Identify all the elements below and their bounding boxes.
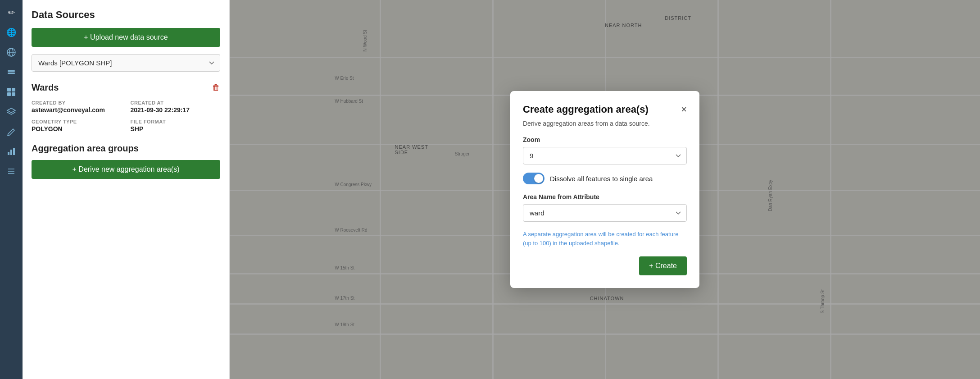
delete-icon[interactable]: 🗑 xyxy=(212,83,220,92)
svg-marker-9 xyxy=(7,108,15,113)
geometry-type-value: POLYGON xyxy=(32,125,122,132)
meta-file-format: FILE FORMAT SHP xyxy=(131,119,221,132)
toggle-label: Dissolve all features to single area xyxy=(550,175,653,183)
modal-title: Create aggregation area(s) xyxy=(523,104,649,115)
hint-text: A separate aggregation area will be crea… xyxy=(523,230,687,247)
svg-rect-6 xyxy=(12,88,15,91)
area-name-select[interactable]: ward id name xyxy=(523,204,687,222)
svg-rect-12 xyxy=(13,148,15,155)
sidebar-icon-pencil[interactable]: ✏ xyxy=(3,5,19,21)
created-at-label: CREATED AT xyxy=(131,100,221,105)
agg-section-title: Aggregation area groups xyxy=(32,143,220,154)
zoom-label: Zoom xyxy=(523,136,687,143)
geometry-type-label: GEOMETRY TYPE xyxy=(32,119,122,124)
created-by-value: astewart@conveyal.com xyxy=(32,106,122,114)
section-name: Wards xyxy=(32,82,59,93)
meta-grid: CREATED BY astewart@conveyal.com CREATED… xyxy=(32,100,220,132)
sidebar-icon-layers[interactable] xyxy=(3,64,19,80)
zoom-select[interactable]: 9 1 2 3 4 5 6 7 8 10 11 12 13 14 xyxy=(523,147,687,164)
modal-subtitle: Derive aggregation areas from a data sou… xyxy=(523,120,687,127)
sidebar-icon-stack[interactable] xyxy=(3,104,19,120)
sidebar: ✏ 🌐 xyxy=(0,0,23,379)
created-by-label: CREATED BY xyxy=(32,100,122,105)
svg-rect-5 xyxy=(7,88,11,91)
sidebar-icon-edit[interactable] xyxy=(3,123,19,140)
upload-button[interactable]: + Upload new data source xyxy=(32,28,220,47)
create-button[interactable]: + Create xyxy=(639,256,687,275)
svg-rect-7 xyxy=(7,92,11,96)
meta-created-at: CREATED AT 2021-09-30 22:29:17 xyxy=(131,100,221,114)
modal-header: Create aggregation area(s) × xyxy=(523,104,687,115)
area-name-label: Area Name from Attribute xyxy=(523,193,687,201)
toggle-row: Dissolve all features to single area xyxy=(523,173,687,184)
derive-button[interactable]: + Derive new aggregation area(s) xyxy=(32,160,220,179)
sidebar-icon-globe[interactable]: 🌐 xyxy=(3,24,19,41)
dissolve-toggle[interactable] xyxy=(523,173,544,184)
modal-close-button[interactable]: × xyxy=(681,105,687,114)
sidebar-icon-network[interactable] xyxy=(3,44,19,60)
svg-rect-11 xyxy=(10,150,12,155)
left-panel: Data Sources + Upload new data source Wa… xyxy=(23,0,230,379)
svg-rect-3 xyxy=(8,70,15,72)
modal-overlay: Create aggregation area(s) × Derive aggr… xyxy=(230,0,980,379)
data-source-dropdown[interactable]: Wards [POLYGON SHP] xyxy=(32,54,220,72)
map-area: DISTRICT NEAR NORTH NEAR WESTSIDE GREEKT… xyxy=(230,0,980,379)
file-format-value: SHP xyxy=(131,125,221,132)
sidebar-icon-list[interactable] xyxy=(3,163,19,179)
section-header: Wards 🗑 xyxy=(32,82,220,93)
sidebar-icon-grid[interactable] xyxy=(3,84,19,100)
meta-geometry-type: GEOMETRY TYPE POLYGON xyxy=(32,119,122,132)
meta-created-by: CREATED BY astewart@conveyal.com xyxy=(32,100,122,114)
svg-rect-4 xyxy=(8,73,15,74)
sidebar-icon-chart[interactable] xyxy=(3,143,19,160)
modal-footer: + Create xyxy=(523,256,687,275)
panel-title: Data Sources xyxy=(32,9,220,21)
created-at-value: 2021-09-30 22:29:17 xyxy=(131,106,221,114)
modal: Create aggregation area(s) × Derive aggr… xyxy=(510,91,699,288)
file-format-label: FILE FORMAT xyxy=(131,119,221,124)
svg-rect-10 xyxy=(8,152,9,155)
svg-rect-8 xyxy=(12,92,15,96)
